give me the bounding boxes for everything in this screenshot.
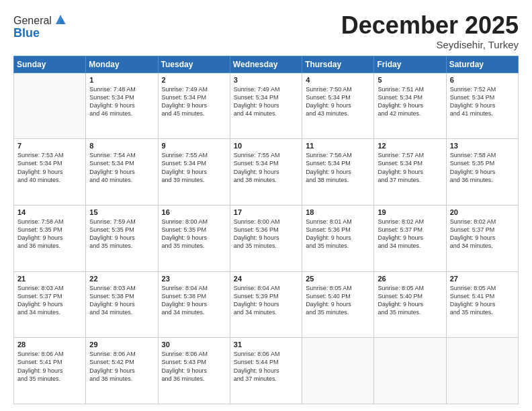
day-info: Sunrise: 8:02 AM Sunset: 5:37 PM Dayligh… bbox=[450, 218, 515, 250]
calendar-week-row: 28Sunrise: 8:06 AM Sunset: 5:41 PM Dayli… bbox=[14, 338, 519, 404]
calendar-cell: 2Sunrise: 7:49 AM Sunset: 5:34 PM Daylig… bbox=[158, 73, 230, 139]
day-header-monday: Monday bbox=[86, 56, 158, 73]
day-number: 6 bbox=[450, 76, 515, 84]
page: General Blue December 2025 Seydisehir, T… bbox=[0, 0, 532, 411]
calendar-cell: 22Sunrise: 8:03 AM Sunset: 5:38 PM Dayli… bbox=[86, 271, 158, 338]
day-info: Sunrise: 7:55 AM Sunset: 5:34 PM Dayligh… bbox=[162, 151, 226, 184]
calendar-cell bbox=[302, 338, 374, 404]
logo-general-text: General bbox=[13, 15, 52, 27]
calendar-cell: 8Sunrise: 7:54 AM Sunset: 5:34 PM Daylig… bbox=[86, 139, 158, 205]
day-number: 16 bbox=[162, 208, 226, 216]
day-info: Sunrise: 8:02 AM Sunset: 5:37 PM Dayligh… bbox=[378, 218, 442, 250]
day-number: 17 bbox=[234, 208, 298, 216]
day-info: Sunrise: 8:00 AM Sunset: 5:35 PM Dayligh… bbox=[162, 218, 226, 250]
calendar-header-row: SundayMondayTuesdayWednesdayThursdayFrid… bbox=[14, 56, 519, 73]
calendar-cell: 11Sunrise: 7:56 AM Sunset: 5:34 PM Dayli… bbox=[302, 139, 374, 205]
calendar-cell: 31Sunrise: 8:06 AM Sunset: 5:44 PM Dayli… bbox=[230, 338, 302, 404]
day-header-saturday: Saturday bbox=[446, 56, 518, 73]
day-info: Sunrise: 7:55 AM Sunset: 5:34 PM Dayligh… bbox=[234, 151, 298, 184]
day-number: 22 bbox=[89, 275, 154, 283]
calendar-cell: 1Sunrise: 7:48 AM Sunset: 5:34 PM Daylig… bbox=[86, 73, 158, 139]
day-number: 25 bbox=[306, 275, 370, 283]
calendar-cell: 5Sunrise: 7:51 AM Sunset: 5:34 PM Daylig… bbox=[374, 73, 446, 139]
day-number: 28 bbox=[17, 340, 82, 349]
day-number: 10 bbox=[234, 142, 298, 150]
day-header-wednesday: Wednesday bbox=[230, 56, 302, 73]
day-number: 9 bbox=[162, 142, 226, 150]
day-info: Sunrise: 8:04 AM Sunset: 5:38 PM Dayligh… bbox=[162, 284, 226, 317]
day-info: Sunrise: 7:56 AM Sunset: 5:34 PM Dayligh… bbox=[306, 151, 370, 184]
calendar-week-row: 7Sunrise: 7:53 AM Sunset: 5:34 PM Daylig… bbox=[14, 139, 519, 205]
day-number: 15 bbox=[89, 208, 154, 216]
day-number: 24 bbox=[234, 275, 298, 283]
day-number: 27 bbox=[450, 275, 515, 283]
day-number: 7 bbox=[17, 142, 82, 150]
calendar-week-row: 14Sunrise: 7:58 AM Sunset: 5:35 PM Dayli… bbox=[14, 205, 519, 271]
calendar-week-row: 1Sunrise: 7:48 AM Sunset: 5:34 PM Daylig… bbox=[14, 73, 519, 139]
day-number: 26 bbox=[378, 275, 442, 283]
day-number: 4 bbox=[306, 76, 370, 84]
logo-blue-text: Blue bbox=[13, 27, 68, 40]
day-info: Sunrise: 7:48 AM Sunset: 5:34 PM Dayligh… bbox=[89, 85, 154, 118]
calendar-cell bbox=[374, 338, 446, 404]
day-header-tuesday: Tuesday bbox=[158, 56, 230, 73]
calendar-cell: 4Sunrise: 7:50 AM Sunset: 5:34 PM Daylig… bbox=[302, 73, 374, 139]
day-info: Sunrise: 7:58 AM Sunset: 5:35 PM Dayligh… bbox=[450, 151, 515, 184]
calendar-cell: 7Sunrise: 7:53 AM Sunset: 5:34 PM Daylig… bbox=[14, 139, 86, 205]
day-info: Sunrise: 8:06 AM Sunset: 5:44 PM Dayligh… bbox=[234, 350, 298, 383]
day-number: 11 bbox=[306, 142, 370, 150]
day-number: 13 bbox=[450, 142, 515, 150]
calendar-cell: 23Sunrise: 8:04 AM Sunset: 5:38 PM Dayli… bbox=[158, 271, 230, 338]
calendar-cell: 12Sunrise: 7:57 AM Sunset: 5:34 PM Dayli… bbox=[374, 139, 446, 205]
calendar-cell: 30Sunrise: 8:06 AM Sunset: 5:43 PM Dayli… bbox=[158, 338, 230, 404]
day-number: 31 bbox=[234, 340, 298, 349]
calendar-cell: 6Sunrise: 7:52 AM Sunset: 5:34 PM Daylig… bbox=[446, 73, 518, 139]
day-number: 14 bbox=[17, 208, 82, 216]
calendar-cell: 9Sunrise: 7:55 AM Sunset: 5:34 PM Daylig… bbox=[158, 139, 230, 205]
day-info: Sunrise: 7:57 AM Sunset: 5:34 PM Dayligh… bbox=[378, 151, 442, 184]
calendar-cell: 10Sunrise: 7:55 AM Sunset: 5:34 PM Dayli… bbox=[230, 139, 302, 205]
day-info: Sunrise: 7:49 AM Sunset: 5:34 PM Dayligh… bbox=[234, 85, 298, 118]
calendar-cell: 3Sunrise: 7:49 AM Sunset: 5:34 PM Daylig… bbox=[230, 73, 302, 139]
calendar-cell: 18Sunrise: 8:01 AM Sunset: 5:36 PM Dayli… bbox=[302, 205, 374, 271]
calendar-cell: 28Sunrise: 8:06 AM Sunset: 5:41 PM Dayli… bbox=[14, 338, 86, 404]
day-info: Sunrise: 8:05 AM Sunset: 5:40 PM Dayligh… bbox=[306, 284, 370, 317]
day-number: 8 bbox=[89, 142, 154, 150]
calendar-cell: 29Sunrise: 8:06 AM Sunset: 5:42 PM Dayli… bbox=[86, 338, 158, 404]
day-info: Sunrise: 8:06 AM Sunset: 5:41 PM Dayligh… bbox=[17, 350, 82, 383]
day-info: Sunrise: 8:06 AM Sunset: 5:43 PM Dayligh… bbox=[162, 350, 226, 383]
header: General Blue December 2025 Seydisehir, T… bbox=[13, 12, 519, 50]
logo: General Blue bbox=[13, 15, 68, 40]
day-number: 1 bbox=[89, 76, 154, 84]
calendar-cell: 15Sunrise: 7:59 AM Sunset: 5:35 PM Dayli… bbox=[86, 205, 158, 271]
day-number: 3 bbox=[234, 76, 298, 84]
day-info: Sunrise: 7:58 AM Sunset: 5:35 PM Dayligh… bbox=[17, 218, 82, 250]
day-header-friday: Friday bbox=[374, 56, 446, 73]
day-info: Sunrise: 7:49 AM Sunset: 5:34 PM Dayligh… bbox=[162, 85, 226, 118]
day-number: 2 bbox=[162, 76, 226, 84]
calendar-cell: 27Sunrise: 8:05 AM Sunset: 5:41 PM Dayli… bbox=[446, 271, 518, 338]
calendar-cell: 19Sunrise: 8:02 AM Sunset: 5:37 PM Dayli… bbox=[374, 205, 446, 271]
day-info: Sunrise: 7:59 AM Sunset: 5:35 PM Dayligh… bbox=[89, 218, 154, 250]
calendar-cell: 14Sunrise: 7:58 AM Sunset: 5:35 PM Dayli… bbox=[14, 205, 86, 271]
calendar-cell: 26Sunrise: 8:05 AM Sunset: 5:40 PM Dayli… bbox=[374, 271, 446, 338]
day-number: 20 bbox=[450, 208, 515, 216]
day-number: 29 bbox=[89, 340, 154, 349]
day-info: Sunrise: 8:04 AM Sunset: 5:39 PM Dayligh… bbox=[234, 284, 298, 317]
day-info: Sunrise: 7:51 AM Sunset: 5:34 PM Dayligh… bbox=[378, 85, 442, 118]
title-block: December 2025 Seydisehir, Turkey bbox=[341, 12, 519, 50]
day-header-thursday: Thursday bbox=[302, 56, 374, 73]
day-info: Sunrise: 7:53 AM Sunset: 5:34 PM Dayligh… bbox=[17, 151, 82, 184]
day-number: 5 bbox=[378, 76, 442, 84]
calendar-cell: 13Sunrise: 7:58 AM Sunset: 5:35 PM Dayli… bbox=[446, 139, 518, 205]
calendar-cell: 24Sunrise: 8:04 AM Sunset: 5:39 PM Dayli… bbox=[230, 271, 302, 338]
day-info: Sunrise: 8:06 AM Sunset: 5:42 PM Dayligh… bbox=[89, 350, 154, 383]
day-number: 18 bbox=[306, 208, 370, 216]
day-number: 21 bbox=[17, 275, 82, 283]
calendar-cell: 25Sunrise: 8:05 AM Sunset: 5:40 PM Dayli… bbox=[302, 271, 374, 338]
location: Seydisehir, Turkey bbox=[341, 39, 519, 50]
calendar-cell bbox=[446, 338, 518, 404]
day-info: Sunrise: 8:05 AM Sunset: 5:40 PM Dayligh… bbox=[378, 284, 442, 317]
day-number: 12 bbox=[378, 142, 442, 150]
calendar-cell: 21Sunrise: 8:03 AM Sunset: 5:37 PM Dayli… bbox=[14, 271, 86, 338]
